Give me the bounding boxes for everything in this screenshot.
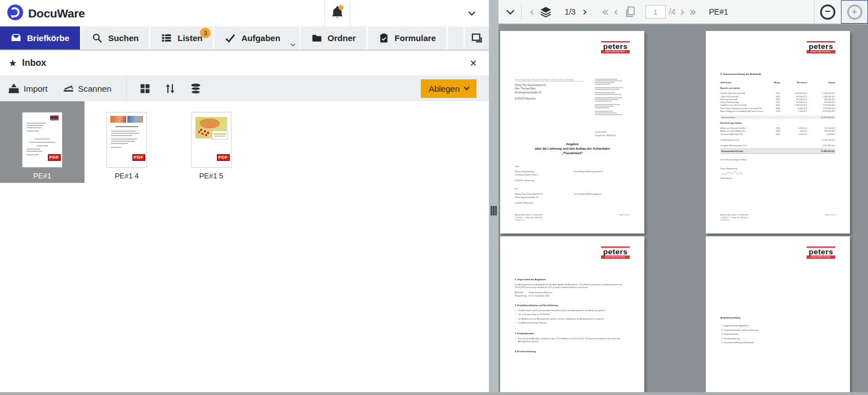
document-viewer: ‹ 1/3 › « ‹ /4 › » PE#1 − +: [498, 0, 868, 395]
page-number: Seite 1 von 4: [619, 214, 630, 222]
tab-briefkoerbe[interactable]: Briefkörbe: [0, 26, 81, 50]
viewer-page-2[interactable]: peters ENGINEERING 5. Zusammenstellung d…: [706, 31, 850, 234]
viewer-document-title: PE#1: [709, 7, 728, 16]
inbox-document-list: PDF PE#1 PDF PE#1 4 PDF PE: [0, 101, 489, 395]
zoom-in-focus-frame: +: [841, 0, 868, 24]
previous-document-chevron-icon[interactable]: ‹: [529, 6, 534, 18]
pdf-badge: PDF: [217, 154, 230, 161]
inbox-header: ★ Inbox ✕: [0, 51, 489, 75]
vat-row: zuzüglich Mehrwertsteuer 19 %1.957.632,0…: [720, 144, 835, 147]
list-icon: [161, 33, 172, 43]
summary-item: Gegenstand des Angebotes: [722, 324, 758, 328]
listen-count-badge: 3: [200, 28, 211, 38]
docuware-app: DocuWare Briefkörbe Suchen: [0, 0, 868, 395]
peters-logo: peters ENGINEERING: [601, 41, 630, 53]
brand-name: DocuWare: [28, 7, 85, 20]
tabrow-spacer: [448, 26, 465, 50]
sort-arrows-icon: [164, 83, 176, 95]
document-counter: 1/3: [564, 7, 575, 16]
app-header: DocuWare: [0, 0, 489, 26]
document-tile-pe1[interactable]: PDF PE#1: [0, 101, 84, 183]
tab-formulare[interactable]: Formulare: [368, 26, 448, 50]
splitter-grip-icon[interactable]: [491, 206, 497, 216]
gross-row: Gesamtaufwand (brutto)11.999.332,00 €: [720, 149, 835, 154]
viewer-menu-chevron-down-icon[interactable]: [506, 6, 514, 14]
import-button[interactable]: Import: [8, 83, 48, 95]
address-line: D-81675 München: [515, 97, 546, 101]
ablegen-label: Ablegen: [429, 84, 460, 93]
scan-label: Scannen: [78, 84, 112, 93]
tab-suchen[interactable]: Suchen: [81, 26, 150, 50]
ablegen-chevron-down-icon: [464, 85, 470, 91]
page-number-input[interactable]: [646, 5, 666, 19]
peters-logo-mini: [50, 115, 59, 120]
zoom-out-button[interactable]: −: [820, 5, 835, 20]
previous-page-chevron-icon[interactable]: ‹: [613, 6, 618, 18]
checkmark-icon: [225, 33, 235, 43]
document-tile-pe1-5[interactable]: PDF PE#1 5: [169, 101, 253, 183]
store-target-button[interactable]: [190, 83, 202, 95]
project-number: Projekt-Nr. 08200511: [595, 134, 616, 138]
account-menu[interactable]: [350, 0, 489, 26]
recipient-address: Flying Tom Deutschland KGHerr Thomas Rai…: [515, 83, 546, 101]
tab-label: Formulare: [395, 33, 436, 43]
summary-heading: Angebotsumfang:: [720, 316, 741, 319]
open-viewer-window-button[interactable]: [465, 26, 489, 50]
viewer-toolbar: ‹ 1/3 › « ‹ /4 › » PE#1 − +: [498, 0, 868, 25]
scanner-icon: [63, 83, 74, 95]
table-row: Extra Charge per m Installation high & p…: [720, 110, 835, 113]
next-page-chevron-icon[interactable]: ›: [680, 6, 684, 18]
zoom-controls: − +: [814, 0, 868, 24]
page-footer: Angebot Achterbahn „Thunderbird“1.194,00…: [515, 214, 630, 222]
tab-listen[interactable]: Listen 3: [150, 26, 214, 50]
grid-view-icon: [139, 83, 151, 95]
tab-label: Aufgaben: [241, 33, 280, 43]
pdf-badge: PDF: [48, 154, 61, 161]
favorite-star-icon[interactable]: ★: [8, 57, 17, 69]
address-line: Prinzregentenstraße 15: [515, 91, 546, 95]
clipboard-check-icon: [379, 33, 389, 43]
viewer-page-4[interactable]: peters ENGINEERING Angebotsumfang: Gegen…: [706, 236, 850, 395]
first-page-chevrons-icon[interactable]: «: [602, 6, 609, 18]
summary-item: Projektkoordination und Durchführung: [722, 328, 758, 333]
thumbnail-view-button[interactable]: [139, 83, 151, 95]
document-tile-pe1-4[interactable]: PDF PE#1 4: [84, 101, 169, 183]
summary-list: Gegenstand des AngebotesProjektkoordinat…: [722, 324, 758, 345]
import-label: Import: [24, 84, 48, 93]
last-page-chevrons-icon[interactable]: »: [689, 6, 697, 18]
main-panel: DocuWare Briefkörbe Suchen: [0, 0, 489, 395]
notifications-button[interactable]: [324, 0, 350, 26]
sender-info-block: [595, 79, 630, 118]
date-project-block: 12.04.2016 Projekt-Nr. 08200511: [595, 130, 616, 137]
viewer-page-1[interactable]: peters ENGINEERING Peters Engineering, T…: [500, 31, 644, 234]
document-stack-icon: [540, 6, 552, 18]
pdf-badge: PDF: [132, 154, 146, 161]
inbox-tray-icon: [11, 33, 21, 43]
zoom-out-wrap: −: [814, 0, 841, 24]
photo-header: [110, 116, 143, 123]
notification-dot: [339, 5, 344, 10]
sort-button[interactable]: [164, 83, 176, 95]
zoom-in-button[interactable]: +: [847, 5, 862, 20]
account-chevron-down-icon: [468, 8, 475, 16]
document-label: PE#1: [33, 172, 51, 180]
ablegen-button[interactable]: Ablegen: [421, 79, 477, 98]
tab-aufgaben[interactable]: Aufgaben: [214, 26, 300, 50]
docuware-logo-icon: [7, 4, 24, 23]
delivery-note: Die Lieferung erfolgt frei Haus!: [720, 158, 835, 161]
viewer-page-area[interactable]: peters ENGINEERING Peters Engineering, T…: [498, 25, 868, 395]
next-document-chevron-icon[interactable]: ›: [582, 6, 587, 18]
scan-button[interactable]: Scannen: [63, 83, 112, 95]
party-von: Von: Peters EngineeringThomas-Dehler-Pla…: [515, 165, 630, 182]
close-icon[interactable]: ✕: [466, 56, 480, 71]
map-legend-card: [212, 131, 228, 140]
toolbar-divider: [521, 4, 522, 20]
document-label: PE#1 5: [199, 172, 224, 180]
viewer-page-3[interactable]: peters ENGINEERING 1. Gegenstand des Ang…: [500, 236, 644, 395]
table-row: Technische Abnahme TÜV00012.500,00 €2.50…: [720, 133, 835, 136]
panel-splitter[interactable]: [489, 0, 498, 395]
pages-icon: [624, 6, 636, 18]
aufgaben-dropdown-chevron-icon[interactable]: [290, 42, 295, 46]
tab-ordner[interactable]: Ordner: [301, 26, 368, 50]
inbox-title: Inbox: [22, 58, 46, 68]
